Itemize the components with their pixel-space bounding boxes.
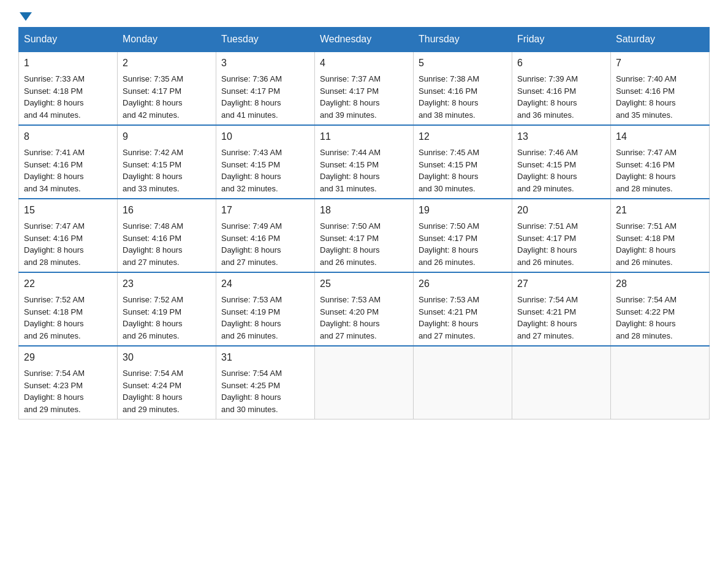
day-info: Sunrise: 7:51 AMSunset: 4:18 PMDaylight:… — [616, 220, 704, 268]
day-info: Sunrise: 7:53 AMSunset: 4:19 PMDaylight:… — [221, 294, 309, 342]
day-info: Sunrise: 7:54 AMSunset: 4:22 PMDaylight:… — [616, 294, 704, 342]
calendar-cell: 12Sunrise: 7:45 AMSunset: 4:15 PMDayligh… — [414, 125, 512, 199]
day-info: Sunrise: 7:36 AMSunset: 4:17 PMDaylight:… — [221, 73, 309, 121]
day-number: 28 — [616, 277, 704, 291]
day-info: Sunrise: 7:44 AMSunset: 4:15 PMDaylight:… — [320, 147, 408, 194]
day-info: Sunrise: 7:45 AMSunset: 4:15 PMDaylight:… — [419, 147, 507, 194]
day-number: 30 — [123, 350, 211, 365]
calendar-cell: 15Sunrise: 7:47 AMSunset: 4:16 PMDayligh… — [19, 199, 118, 272]
day-info: Sunrise: 7:35 AMSunset: 4:17 PMDaylight:… — [123, 73, 211, 121]
calendar-cell: 10Sunrise: 7:43 AMSunset: 4:15 PMDayligh… — [216, 125, 315, 199]
day-number: 20 — [517, 203, 605, 218]
day-info: Sunrise: 7:49 AMSunset: 4:16 PMDaylight:… — [221, 220, 309, 268]
day-info: Sunrise: 7:47 AMSunset: 4:16 PMDaylight:… — [24, 220, 112, 268]
day-number: 26 — [419, 277, 507, 291]
calendar-cell — [611, 346, 710, 419]
day-number: 27 — [517, 277, 605, 291]
day-number: 10 — [221, 129, 309, 144]
calendar-header-row: SundayMondayTuesdayWednesdayThursdayFrid… — [19, 28, 710, 52]
day-number: 21 — [616, 203, 704, 218]
logo-triangle-icon — [20, 12, 32, 21]
calendar-cell: 26Sunrise: 7:53 AMSunset: 4:21 PMDayligh… — [414, 272, 512, 346]
day-info: Sunrise: 7:33 AMSunset: 4:18 PMDaylight:… — [24, 73, 112, 121]
day-info: Sunrise: 7:51 AMSunset: 4:17 PMDaylight:… — [517, 220, 605, 268]
day-info: Sunrise: 7:47 AMSunset: 4:16 PMDaylight:… — [616, 147, 704, 194]
day-info: Sunrise: 7:52 AMSunset: 4:18 PMDaylight:… — [24, 294, 112, 342]
weekday-header-tuesday: Tuesday — [216, 28, 315, 52]
weekday-header-friday: Friday — [512, 28, 611, 52]
day-number: 8 — [24, 129, 112, 144]
calendar-cell: 22Sunrise: 7:52 AMSunset: 4:18 PMDayligh… — [19, 272, 118, 346]
day-info: Sunrise: 7:54 AMSunset: 4:23 PMDaylight:… — [24, 367, 112, 415]
day-number: 19 — [419, 203, 507, 218]
calendar-cell: 16Sunrise: 7:48 AMSunset: 4:16 PMDayligh… — [118, 199, 216, 272]
calendar-cell: 6Sunrise: 7:39 AMSunset: 4:16 PMDaylight… — [512, 52, 611, 125]
day-info: Sunrise: 7:50 AMSunset: 4:17 PMDaylight:… — [320, 220, 408, 268]
calendar-cell: 19Sunrise: 7:50 AMSunset: 4:17 PMDayligh… — [414, 199, 512, 272]
day-info: Sunrise: 7:54 AMSunset: 4:25 PMDaylight:… — [221, 367, 309, 415]
calendar-cell: 23Sunrise: 7:52 AMSunset: 4:19 PMDayligh… — [118, 272, 216, 346]
day-number: 6 — [517, 56, 605, 71]
day-number: 13 — [517, 129, 605, 144]
weekday-header-monday: Monday — [118, 28, 216, 52]
day-info: Sunrise: 7:54 AMSunset: 4:24 PMDaylight:… — [123, 367, 211, 415]
day-number: 4 — [320, 56, 408, 71]
day-number: 15 — [24, 203, 112, 218]
day-number: 11 — [320, 129, 408, 144]
weekday-header-sunday: Sunday — [19, 28, 118, 52]
day-number: 31 — [221, 350, 309, 365]
calendar-cell: 25Sunrise: 7:53 AMSunset: 4:20 PMDayligh… — [315, 272, 414, 346]
day-info: Sunrise: 7:53 AMSunset: 4:20 PMDaylight:… — [320, 294, 408, 342]
day-number: 5 — [419, 56, 507, 71]
day-number: 7 — [616, 56, 704, 71]
calendar-cell — [414, 346, 512, 419]
calendar-week-3: 15Sunrise: 7:47 AMSunset: 4:16 PMDayligh… — [19, 199, 710, 272]
weekday-header-saturday: Saturday — [611, 28, 710, 52]
calendar-cell: 29Sunrise: 7:54 AMSunset: 4:23 PMDayligh… — [19, 346, 118, 419]
day-info: Sunrise: 7:52 AMSunset: 4:19 PMDaylight:… — [123, 294, 211, 342]
day-number: 29 — [24, 350, 112, 365]
day-number: 22 — [24, 277, 112, 291]
calendar-cell: 20Sunrise: 7:51 AMSunset: 4:17 PMDayligh… — [512, 199, 611, 272]
day-info: Sunrise: 7:39 AMSunset: 4:16 PMDaylight:… — [517, 73, 605, 121]
day-number: 3 — [221, 56, 309, 71]
day-number: 14 — [616, 129, 704, 144]
day-info: Sunrise: 7:54 AMSunset: 4:21 PMDaylight:… — [517, 294, 605, 342]
day-info: Sunrise: 7:43 AMSunset: 4:15 PMDaylight:… — [221, 147, 309, 194]
calendar-cell: 24Sunrise: 7:53 AMSunset: 4:19 PMDayligh… — [216, 272, 315, 346]
day-number: 12 — [419, 129, 507, 144]
page-header — [18, 12, 710, 21]
day-info: Sunrise: 7:53 AMSunset: 4:21 PMDaylight:… — [419, 294, 507, 342]
calendar-cell: 14Sunrise: 7:47 AMSunset: 4:16 PMDayligh… — [611, 125, 710, 199]
calendar-cell: 7Sunrise: 7:40 AMSunset: 4:16 PMDaylight… — [611, 52, 710, 125]
calendar-cell: 18Sunrise: 7:50 AMSunset: 4:17 PMDayligh… — [315, 199, 414, 272]
calendar-cell: 2Sunrise: 7:35 AMSunset: 4:17 PMDaylight… — [118, 52, 216, 125]
logo — [18, 12, 32, 21]
day-info: Sunrise: 7:41 AMSunset: 4:16 PMDaylight:… — [24, 147, 112, 194]
day-number: 23 — [123, 277, 211, 291]
calendar-week-1: 1Sunrise: 7:33 AMSunset: 4:18 PMDaylight… — [19, 52, 710, 125]
calendar-cell: 4Sunrise: 7:37 AMSunset: 4:17 PMDaylight… — [315, 52, 414, 125]
day-number: 2 — [123, 56, 211, 71]
day-info: Sunrise: 7:48 AMSunset: 4:16 PMDaylight:… — [123, 220, 211, 268]
calendar-cell: 8Sunrise: 7:41 AMSunset: 4:16 PMDaylight… — [19, 125, 118, 199]
day-info: Sunrise: 7:46 AMSunset: 4:15 PMDaylight:… — [517, 147, 605, 194]
calendar-cell: 17Sunrise: 7:49 AMSunset: 4:16 PMDayligh… — [216, 199, 315, 272]
calendar-table: SundayMondayTuesdayWednesdayThursdayFrid… — [18, 27, 710, 419]
calendar-cell: 9Sunrise: 7:42 AMSunset: 4:15 PMDaylight… — [118, 125, 216, 199]
day-number: 9 — [123, 129, 211, 144]
day-number: 1 — [24, 56, 112, 71]
calendar-cell: 11Sunrise: 7:44 AMSunset: 4:15 PMDayligh… — [315, 125, 414, 199]
calendar-cell — [512, 346, 611, 419]
day-number: 24 — [221, 277, 309, 291]
calendar-cell: 31Sunrise: 7:54 AMSunset: 4:25 PMDayligh… — [216, 346, 315, 419]
calendar-week-2: 8Sunrise: 7:41 AMSunset: 4:16 PMDaylight… — [19, 125, 710, 199]
calendar-week-5: 29Sunrise: 7:54 AMSunset: 4:23 PMDayligh… — [19, 346, 710, 419]
day-number: 17 — [221, 203, 309, 218]
day-info: Sunrise: 7:37 AMSunset: 4:17 PMDaylight:… — [320, 73, 408, 121]
day-info: Sunrise: 7:50 AMSunset: 4:17 PMDaylight:… — [419, 220, 507, 268]
day-number: 18 — [320, 203, 408, 218]
day-info: Sunrise: 7:38 AMSunset: 4:16 PMDaylight:… — [419, 73, 507, 121]
calendar-week-4: 22Sunrise: 7:52 AMSunset: 4:18 PMDayligh… — [19, 272, 710, 346]
calendar-cell: 28Sunrise: 7:54 AMSunset: 4:22 PMDayligh… — [611, 272, 710, 346]
